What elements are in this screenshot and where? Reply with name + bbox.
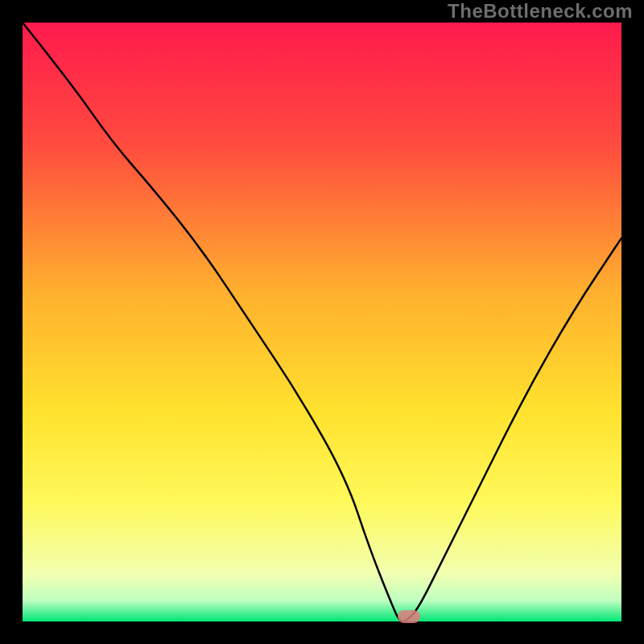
- optimal-marker: [398, 610, 420, 623]
- gradient-rect: [23, 23, 621, 621]
- watermark-text: TheBottleneck.com: [448, 0, 633, 23]
- plot-area: [23, 23, 621, 621]
- chart-frame: TheBottleneck.com: [0, 0, 644, 644]
- plot-svg: [23, 23, 621, 621]
